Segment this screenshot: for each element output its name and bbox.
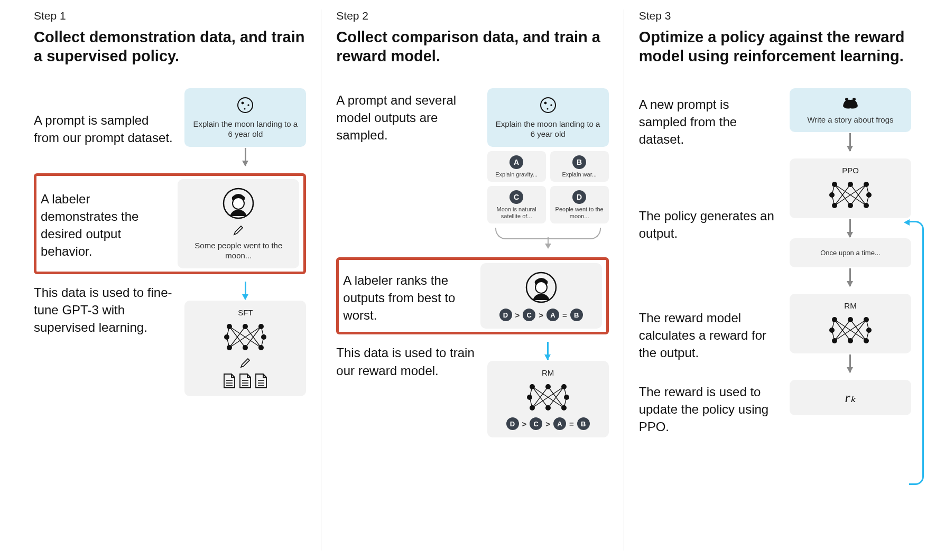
step3-ppo-card: PPO xyxy=(790,158,911,218)
step1-title: Collect demonstration data, and train a … xyxy=(34,27,306,66)
svg-point-1 xyxy=(242,101,244,104)
step3-output-card: Once upon a time... xyxy=(790,238,911,267)
step1-column: Step 1 Collect demonstration data, and t… xyxy=(19,10,321,550)
svg-point-55 xyxy=(545,405,551,410)
svg-point-70 xyxy=(848,182,853,187)
svg-point-93 xyxy=(848,338,853,343)
step1-label: Step 1 xyxy=(34,10,306,22)
step1-sft-card: SFT xyxy=(184,301,306,396)
arrow-down-icon xyxy=(849,268,851,286)
svg-point-36 xyxy=(546,108,548,109)
neural-net-icon xyxy=(524,381,572,413)
step2-rm-ranking-line: D > C > A = B xyxy=(506,417,590,430)
step3-rm-card: RM xyxy=(790,294,911,353)
svg-point-88 xyxy=(848,317,853,322)
svg-point-87 xyxy=(832,317,837,322)
step2-prompt-card: Explain the moon landing to a 6 year old xyxy=(487,88,609,147)
svg-point-20 xyxy=(261,334,266,340)
svg-point-76 xyxy=(864,203,869,208)
step2-rank-card: D > C > A = B xyxy=(480,263,602,329)
neural-net-icon xyxy=(827,179,874,211)
step3-update-desc: The reward is used to update the policy … xyxy=(639,380,780,435)
step1-labeler-highlight: A labeler demonstrates the desired outpu… xyxy=(34,173,306,274)
step2-label: Step 2 xyxy=(336,10,608,22)
svg-point-19 xyxy=(224,334,229,340)
moon-icon xyxy=(539,96,558,115)
svg-point-71 xyxy=(864,182,869,187)
step3-output-text: Once upon a time... xyxy=(820,249,880,257)
svg-point-38 xyxy=(535,282,547,293)
svg-point-73 xyxy=(866,192,872,198)
step3-prompt-card: Write a story about frogs xyxy=(790,88,911,133)
arrow-down-icon xyxy=(245,148,246,166)
arrow-down-blue-icon xyxy=(547,342,549,360)
arrow-down-icon xyxy=(849,219,851,237)
arrow-down-icon xyxy=(849,133,851,151)
svg-point-94 xyxy=(864,338,869,343)
arrow-down-blue-icon xyxy=(245,282,246,300)
svg-point-5 xyxy=(233,198,244,209)
pencil-icon xyxy=(233,225,244,236)
step2-prompt-desc: A prompt and several model outputs are s… xyxy=(336,88,477,144)
svg-point-50 xyxy=(545,384,551,389)
svg-point-69 xyxy=(832,182,837,187)
svg-point-33 xyxy=(541,98,555,113)
step2-option-d: DPeople went to the moon... xyxy=(550,186,609,223)
svg-point-0 xyxy=(238,98,253,113)
svg-point-91 xyxy=(866,328,872,333)
step3-rm-label: RM xyxy=(844,301,856,310)
svg-point-18 xyxy=(258,324,264,329)
bracket-icon xyxy=(495,228,601,239)
step1-prompt-desc: A prompt is sampled from our prompt data… xyxy=(34,108,175,146)
documents-icon-row xyxy=(223,373,268,389)
badge-c: C xyxy=(509,190,523,204)
svg-point-23 xyxy=(258,345,264,350)
moon-icon xyxy=(236,96,255,115)
svg-point-72 xyxy=(829,192,835,198)
step1-labeler-card: Some people went to the moon... xyxy=(178,179,299,268)
rlhf-diagram: Step 1 Collect demonstration data, and t… xyxy=(19,10,926,550)
step2-prompt-text: Explain the moon landing to a 6 year old xyxy=(494,119,603,139)
step1-labeler-text: Some people went to the moon... xyxy=(184,240,293,261)
frog-icon xyxy=(840,96,861,110)
feedback-arrow-icon xyxy=(909,221,924,485)
neural-net-icon xyxy=(827,314,874,346)
step3-ppo-label: PPO xyxy=(842,166,859,175)
svg-point-16 xyxy=(227,324,232,329)
step2-title: Collect comparison data, and train a rew… xyxy=(336,27,608,66)
svg-point-17 xyxy=(243,324,248,329)
step2-train-desc: This data is used to train our reward mo… xyxy=(336,341,477,379)
svg-point-52 xyxy=(527,395,532,400)
step3-reward-token: rₖ xyxy=(845,389,856,406)
svg-point-92 xyxy=(832,338,837,343)
step1-prompt-text: Explain the moon landing to a 6 year old xyxy=(191,119,300,139)
step2-option-c: CMoon is natural satellite of... xyxy=(487,186,546,223)
step2-ranking-line: D > C > A = B xyxy=(499,309,583,321)
step2-rm-label: RM xyxy=(542,368,554,377)
step3-title: Optimize a policy against the reward mod… xyxy=(639,27,911,66)
step1-prompt-card: Explain the moon landing to a 6 year old xyxy=(184,88,306,147)
step3-policy-desc: The policy generates an output. xyxy=(639,204,780,242)
step2-rm-card: RM D > C > A = B xyxy=(487,361,609,437)
svg-point-21 xyxy=(227,345,232,350)
svg-point-57 xyxy=(845,98,848,101)
step2-options-grid: AExplain gravity... BExplain war... CMoo… xyxy=(487,151,609,224)
step1-train-desc: This data is used to fine-tune GPT-3 wit… xyxy=(34,281,175,336)
svg-point-53 xyxy=(564,395,569,400)
step3-rm-desc: The reward model calculates a reward for… xyxy=(639,306,780,361)
pencil-icon xyxy=(239,357,251,369)
person-icon xyxy=(221,186,255,220)
svg-point-75 xyxy=(848,203,853,208)
step2-rank-desc: A labeler ranks the outputs from best to… xyxy=(343,268,470,324)
neural-net-icon xyxy=(221,321,269,353)
badge-d: D xyxy=(572,190,586,204)
step3-prompt-desc: A new prompt is sampled from the dataset… xyxy=(639,92,780,148)
svg-point-49 xyxy=(530,384,535,389)
svg-point-34 xyxy=(544,101,546,104)
svg-point-58 xyxy=(853,98,856,101)
svg-point-74 xyxy=(832,203,837,208)
step1-sft-label: SFT xyxy=(238,308,253,317)
step2-option-b: BExplain war... xyxy=(550,151,609,182)
document-icon xyxy=(223,373,236,389)
step3-column: Step 3 Optimize a policy against the rew… xyxy=(624,10,926,550)
